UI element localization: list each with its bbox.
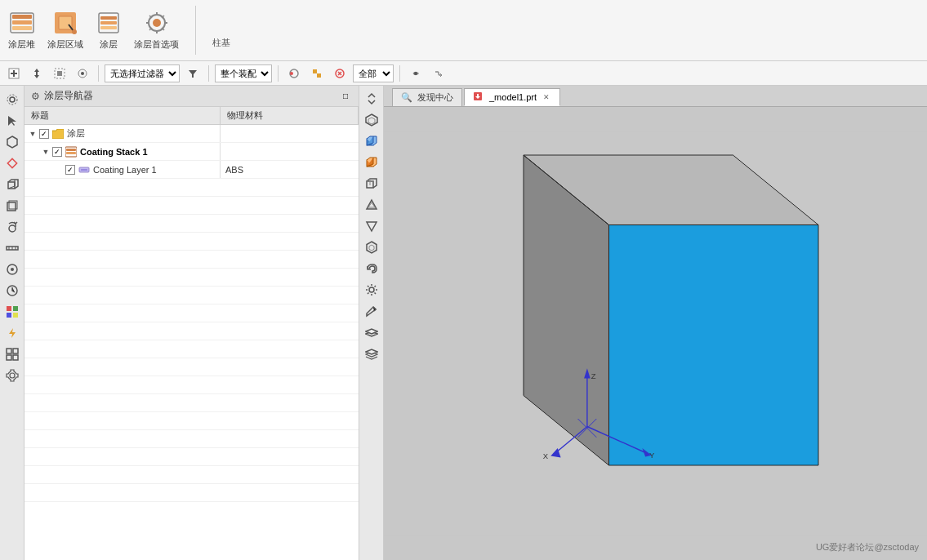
left-icon-hexagon[interactable] <box>2 132 22 152</box>
svg-rect-50 <box>66 152 76 154</box>
paint-region-label: 涂层区域 <box>47 38 83 51</box>
link-btn-2[interactable] <box>429 64 448 82</box>
tab-discovery[interactable]: 🔍 发现中心 <box>392 88 462 106</box>
new-btn[interactable] <box>4 64 24 82</box>
checkbox-root[interactable]: ✓ <box>39 129 49 139</box>
left-icon-grid[interactable] <box>2 344 22 364</box>
tab-model[interactable]: _model1.prt ✕ <box>464 88 560 106</box>
tb-sep-1 <box>98 65 99 82</box>
tb-sep-3 <box>278 65 279 82</box>
left-icon-lightning[interactable] <box>2 323 22 343</box>
svg-point-37 <box>11 268 14 271</box>
svg-marker-55 <box>368 118 375 124</box>
view-btn-2[interactable] <box>307 64 327 82</box>
navigator-close-btn[interactable]: □ <box>339 90 352 103</box>
tree-row-empty-13 <box>25 394 359 412</box>
checkbox-stack1[interactable]: ✓ <box>52 147 62 157</box>
tree-row-root[interactable]: ▼ ✓ 涂层 <box>25 125 359 143</box>
toolbar-paint-stack[interactable]: 涂层堆 <box>8 10 35 51</box>
tree-row-empty-4 <box>25 233 359 251</box>
ts-icon-3d[interactable] <box>362 110 381 130</box>
left-icon-settings[interactable] <box>2 90 22 109</box>
mode-select[interactable]: 全部 <box>353 64 394 82</box>
paint-region-icon <box>52 10 78 36</box>
left-icon-clock[interactable] <box>2 281 22 300</box>
tool-strip <box>359 86 384 560</box>
view-btn-1[interactable] <box>284 64 304 82</box>
tree-row-empty-18 <box>25 484 359 502</box>
paint-layer-icon <box>96 10 122 36</box>
svg-rect-24 <box>317 73 321 78</box>
column-headers: 标题 物理材料 <box>25 107 359 125</box>
expander-root[interactable]: ▼ <box>28 129 38 139</box>
svg-rect-23 <box>313 69 317 73</box>
filter-btn[interactable] <box>183 64 203 82</box>
3d-scene-svg: Z Y X <box>384 107 927 560</box>
svg-rect-47 <box>13 355 18 360</box>
filter-select[interactable]: 无选择过滤器 <box>105 64 180 82</box>
left-icon-circle[interactable] <box>2 260 22 279</box>
svg-point-26 <box>414 72 417 75</box>
left-icon-measure[interactable] <box>2 238 22 258</box>
ts-icon-triangle2[interactable] <box>362 216 381 236</box>
tree-row-empty-17 <box>25 466 359 484</box>
tree-label-stack1: Coating Stack 1 <box>80 147 148 157</box>
left-icon-cube[interactable] <box>2 175 22 194</box>
main-area: ⚙ 涂层导航器 □ 标题 物理材料 ▼ ✓ 涂层 <box>0 86 927 560</box>
second-toolbar: 无选择过滤器 整个装配 全部 <box>0 61 927 86</box>
view-btn-3[interactable] <box>330 64 350 82</box>
ts-icon-settings3[interactable] <box>362 280 381 300</box>
toolbar-paint-options[interactable]: 涂层首选项 <box>134 10 179 51</box>
left-icon-box[interactable] <box>2 196 22 216</box>
viewport[interactable]: Z Y X UG爱好者论坛@zsctoday <box>384 107 927 560</box>
svg-marker-43 <box>9 328 16 338</box>
ts-icon-undo[interactable] <box>362 259 381 278</box>
tree-row-empty-2 <box>25 197 359 215</box>
tree-row-layer1[interactable]: ▶ ✓ Coating Layer 1 ABS <box>25 161 359 179</box>
paint-options-icon <box>144 10 170 36</box>
link-btn[interactable] <box>406 64 426 82</box>
ts-icon-up-down[interactable] <box>362 89 381 109</box>
ts-icon-hexagon2[interactable] <box>362 238 381 257</box>
tree-row-stack1[interactable]: ▼ ✓ Coating Stack 1 <box>25 143 359 161</box>
svg-rect-8 <box>100 16 117 20</box>
svg-rect-9 <box>100 21 117 24</box>
folder-icon-root <box>51 127 65 140</box>
svg-point-28 <box>7 95 17 104</box>
left-icon-settings2[interactable] <box>2 366 22 385</box>
tree-content: ▼ ✓ 涂层 ▼ ✓ <box>25 125 359 560</box>
tree-row-empty-14 <box>25 412 359 430</box>
svg-point-34 <box>9 225 16 232</box>
select-btn[interactable] <box>50 64 69 82</box>
svg-rect-42 <box>13 313 18 318</box>
svg-text:Y: Y <box>649 451 655 460</box>
ts-icon-triangle[interactable] <box>362 195 381 215</box>
tab-discovery-label: 发现中心 <box>417 91 453 104</box>
ts-icon-layers[interactable] <box>362 322 381 342</box>
svg-marker-62 <box>367 242 377 253</box>
toolbar-paint-region[interactable]: 涂层区域 <box>47 10 83 51</box>
left-icon-color[interactable] <box>2 302 22 322</box>
tree-row-empty-6 <box>25 269 359 287</box>
left-icon-rotate[interactable] <box>2 217 22 237</box>
tree-row-empty-5 <box>25 251 359 269</box>
ts-icon-cube-blue[interactable] <box>362 131 381 151</box>
left-icon-select[interactable] <box>2 111 22 131</box>
move-btn[interactable] <box>27 64 47 82</box>
toolbar-paint-layer[interactable]: 涂层 <box>96 10 122 51</box>
tree-row-empty-7 <box>25 287 359 304</box>
ts-icon-edit[interactable] <box>362 301 381 321</box>
left-icon-diamond[interactable] <box>2 153 22 173</box>
snap-btn[interactable] <box>73 64 92 82</box>
svg-marker-61 <box>367 222 377 231</box>
ts-icon-stack[interactable] <box>362 344 381 363</box>
expander-stack1[interactable]: ▼ <box>41 147 51 157</box>
assembly-select[interactable]: 整个装配 <box>215 64 272 82</box>
tree-row-empty-9 <box>25 322 359 340</box>
ts-icon-cube-orange[interactable] <box>362 153 381 172</box>
tree-label-layer1: Coating Layer 1 <box>93 165 157 175</box>
tab-model-close[interactable]: ✕ <box>541 92 551 102</box>
checkbox-layer1[interactable]: ✓ <box>65 165 75 175</box>
tree-row-empty-10 <box>25 340 359 358</box>
ts-icon-wireframe[interactable] <box>362 174 381 193</box>
